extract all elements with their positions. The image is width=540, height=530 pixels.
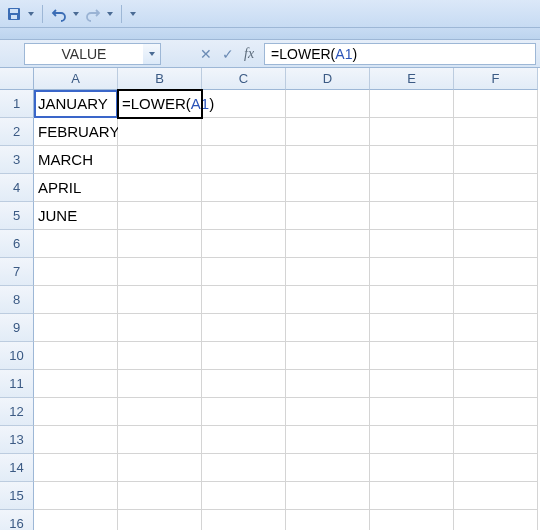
- cell[interactable]: [118, 258, 202, 286]
- cell-D4[interactable]: [286, 174, 370, 202]
- cell-A3[interactable]: MARCH: [34, 146, 118, 174]
- column-header[interactable]: E: [370, 68, 454, 90]
- row-header[interactable]: 14: [0, 454, 34, 482]
- cell[interactable]: [286, 286, 370, 314]
- cell-B2[interactable]: [118, 118, 202, 146]
- cell-C1[interactable]: [202, 90, 286, 118]
- cell[interactable]: [370, 398, 454, 426]
- cell[interactable]: [202, 314, 286, 342]
- cell[interactable]: [34, 398, 118, 426]
- row-header[interactable]: 4: [0, 174, 34, 202]
- cell[interactable]: [34, 426, 118, 454]
- cell[interactable]: [34, 258, 118, 286]
- undo-icon[interactable]: [51, 6, 67, 22]
- cell[interactable]: [202, 230, 286, 258]
- column-header[interactable]: D: [286, 68, 370, 90]
- row-header[interactable]: 3: [0, 146, 34, 174]
- cell[interactable]: [34, 314, 118, 342]
- cell[interactable]: [34, 230, 118, 258]
- cell[interactable]: [286, 426, 370, 454]
- cell-B1[interactable]: =LOWER(A1): [118, 90, 202, 118]
- column-header[interactable]: B: [118, 68, 202, 90]
- cell-C2[interactable]: [202, 118, 286, 146]
- spreadsheet-grid[interactable]: A B C D E F 1 2 3 4 5 6 7 8 9 10 11 12 1…: [0, 68, 540, 530]
- row-header[interactable]: 5: [0, 202, 34, 230]
- cell-B5[interactable]: [118, 202, 202, 230]
- column-header[interactable]: F: [454, 68, 538, 90]
- cell[interactable]: [118, 482, 202, 510]
- cell-A4[interactable]: APRIL: [34, 174, 118, 202]
- cell[interactable]: [454, 314, 538, 342]
- cell-E5[interactable]: [370, 202, 454, 230]
- cell-E2[interactable]: [370, 118, 454, 146]
- cell-A1[interactable]: JANUARY: [34, 90, 118, 118]
- cell[interactable]: [454, 258, 538, 286]
- cell[interactable]: [454, 286, 538, 314]
- cell[interactable]: [370, 454, 454, 482]
- cell-C3[interactable]: [202, 146, 286, 174]
- cell[interactable]: [454, 342, 538, 370]
- cell-A5[interactable]: JUNE: [34, 202, 118, 230]
- row-header[interactable]: 12: [0, 398, 34, 426]
- undo-dropdown-icon[interactable]: [73, 12, 79, 16]
- cell[interactable]: [118, 398, 202, 426]
- row-header[interactable]: 8: [0, 286, 34, 314]
- row-header[interactable]: 9: [0, 314, 34, 342]
- cell-F2[interactable]: [454, 118, 538, 146]
- cell[interactable]: [118, 426, 202, 454]
- cell[interactable]: [370, 286, 454, 314]
- cell[interactable]: [370, 314, 454, 342]
- cell[interactable]: [202, 286, 286, 314]
- save-icon[interactable]: [6, 6, 22, 22]
- select-all-corner[interactable]: [0, 68, 34, 90]
- cell[interactable]: [34, 454, 118, 482]
- cell[interactable]: [202, 510, 286, 530]
- cell-A2[interactable]: FEBRUARY: [34, 118, 118, 146]
- cell[interactable]: [118, 370, 202, 398]
- row-header[interactable]: 15: [0, 482, 34, 510]
- cell[interactable]: [202, 454, 286, 482]
- cell[interactable]: [286, 398, 370, 426]
- cell-D1[interactable]: [286, 90, 370, 118]
- cell[interactable]: [286, 342, 370, 370]
- cell[interactable]: [202, 482, 286, 510]
- redo-dropdown-icon[interactable]: [107, 12, 113, 16]
- cell[interactable]: [454, 370, 538, 398]
- cell-C4[interactable]: [202, 174, 286, 202]
- column-header[interactable]: C: [202, 68, 286, 90]
- cell-C5[interactable]: [202, 202, 286, 230]
- formula-input[interactable]: =LOWER(A1): [264, 43, 536, 65]
- row-header[interactable]: 6: [0, 230, 34, 258]
- cell[interactable]: [370, 342, 454, 370]
- cell[interactable]: [370, 230, 454, 258]
- cell[interactable]: [286, 314, 370, 342]
- cell[interactable]: [118, 454, 202, 482]
- cell[interactable]: [202, 342, 286, 370]
- cell[interactable]: [202, 258, 286, 286]
- cell[interactable]: [454, 454, 538, 482]
- row-header[interactable]: 13: [0, 426, 34, 454]
- cell[interactable]: [454, 426, 538, 454]
- cell[interactable]: [370, 370, 454, 398]
- cell-E4[interactable]: [370, 174, 454, 202]
- redo-icon[interactable]: [85, 6, 101, 22]
- cell-D2[interactable]: [286, 118, 370, 146]
- cell[interactable]: [286, 370, 370, 398]
- cell[interactable]: [286, 454, 370, 482]
- cell[interactable]: [454, 482, 538, 510]
- qat-customize-icon[interactable]: [130, 12, 136, 16]
- row-header[interactable]: 1: [0, 90, 34, 118]
- cell[interactable]: [34, 482, 118, 510]
- cell[interactable]: [118, 510, 202, 530]
- row-header[interactable]: 10: [0, 342, 34, 370]
- cell[interactable]: [286, 258, 370, 286]
- cell[interactable]: [454, 398, 538, 426]
- cell[interactable]: [286, 510, 370, 530]
- cell[interactable]: [370, 482, 454, 510]
- cell[interactable]: [118, 230, 202, 258]
- column-header[interactable]: A: [34, 68, 118, 90]
- cell[interactable]: [34, 342, 118, 370]
- cell-F1[interactable]: [454, 90, 538, 118]
- cell[interactable]: [286, 230, 370, 258]
- cell[interactable]: [370, 258, 454, 286]
